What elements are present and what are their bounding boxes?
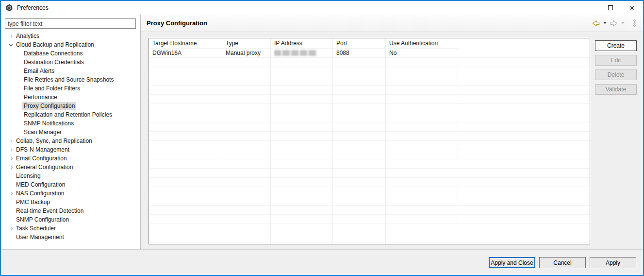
filter-input[interactable] bbox=[5, 18, 136, 29]
empty-cell bbox=[333, 215, 386, 224]
column-header[interactable]: Target Hostname bbox=[149, 38, 222, 49]
empty-cell bbox=[386, 104, 458, 113]
empty-cell bbox=[386, 86, 458, 95]
tree-item-label: Cloud Backup and Replication bbox=[15, 41, 96, 49]
tree-expand-icon[interactable] bbox=[7, 137, 15, 145]
tree-item[interactable]: DFS-N Management bbox=[1, 145, 140, 154]
tree-item[interactable]: Email Configuration bbox=[1, 154, 140, 163]
empty-cell bbox=[333, 141, 386, 150]
tree-item[interactable]: SNMP Notifications bbox=[1, 119, 140, 128]
empty-cell bbox=[222, 113, 271, 122]
tree-item[interactable]: Scan Manager bbox=[1, 128, 140, 137]
empty-cell bbox=[271, 113, 333, 122]
empty-cell bbox=[149, 95, 222, 104]
empty-cell bbox=[333, 67, 386, 76]
empty-cell bbox=[458, 86, 590, 95]
tree-item[interactable]: Collab, Sync, and Replication bbox=[1, 137, 140, 145]
view-menu-button[interactable] bbox=[632, 18, 637, 28]
empty-cell bbox=[222, 86, 271, 95]
empty-cell bbox=[149, 224, 222, 233]
back-button[interactable] bbox=[591, 19, 601, 28]
tree-item[interactable]: File and Folder Filters bbox=[1, 84, 140, 93]
title-bar[interactable]: Preferences ✕ bbox=[1, 1, 643, 15]
empty-cell bbox=[222, 132, 271, 141]
empty-cell bbox=[458, 215, 590, 224]
column-header[interactable]: Port bbox=[333, 38, 386, 49]
tree-item-label: Licensing bbox=[15, 172, 42, 180]
tree-item[interactable]: Analytics bbox=[1, 32, 140, 40]
column-header[interactable]: Type bbox=[222, 38, 271, 49]
app-logo-icon bbox=[5, 4, 13, 12]
empty-cell bbox=[458, 150, 590, 159]
caret-down-icon bbox=[621, 22, 625, 24]
column-header[interactable]: IP Address bbox=[271, 38, 333, 49]
empty-cell bbox=[458, 141, 590, 150]
tree-item[interactable]: Cloud Backup and Replication bbox=[1, 40, 140, 49]
tree-expand-icon[interactable] bbox=[7, 145, 15, 154]
tree-item[interactable]: User Management bbox=[1, 233, 140, 242]
back-history-dropdown[interactable] bbox=[603, 21, 607, 25]
tree-item[interactable]: Performance bbox=[1, 93, 140, 102]
tree-item[interactable]: Real-time Event Detection bbox=[1, 207, 140, 215]
footer-button[interactable]: Apply bbox=[590, 257, 636, 268]
empty-cell bbox=[386, 95, 458, 104]
minimize-button[interactable] bbox=[578, 1, 599, 15]
tree-item[interactable]: SNMP Configuration bbox=[1, 215, 140, 224]
close-button[interactable]: ✕ bbox=[621, 1, 643, 15]
action-button[interactable]: Create bbox=[595, 40, 637, 51]
column-header[interactable]: Use Authentication bbox=[386, 38, 458, 49]
tree-item[interactable]: NAS Configuration bbox=[1, 189, 140, 198]
empty-cell bbox=[458, 169, 590, 178]
empty-cell bbox=[458, 206, 590, 215]
footer-button[interactable]: Cancel bbox=[539, 257, 586, 268]
empty-cell bbox=[333, 159, 386, 169]
tree-item[interactable]: Licensing bbox=[1, 172, 140, 180]
tree-item[interactable]: Database Connections bbox=[1, 49, 140, 58]
empty-cell bbox=[222, 58, 271, 67]
empty-cell bbox=[271, 215, 333, 224]
tree-item[interactable]: File Retries and Source Snapshots bbox=[1, 75, 140, 84]
footer-button[interactable]: Apply and Close bbox=[489, 257, 535, 268]
tree-item-label: File Retries and Source Snapshots bbox=[22, 76, 115, 84]
tree-item[interactable]: PMC Backup bbox=[1, 198, 140, 207]
tree-expand-icon[interactable] bbox=[7, 224, 15, 233]
tree-item[interactable]: Replication and Retention Policies bbox=[1, 110, 140, 119]
tree-expand-icon[interactable] bbox=[7, 163, 15, 172]
empty-cell bbox=[271, 159, 333, 169]
tree-item[interactable]: Task Scheduler bbox=[1, 224, 140, 233]
cell-use-authentication: No bbox=[386, 49, 458, 58]
empty-cell bbox=[386, 58, 458, 67]
proxy-config-content: Target Hostname Type IP Address Port Use… bbox=[141, 32, 643, 249]
empty-cell bbox=[458, 224, 590, 233]
action-button[interactable]: Edit bbox=[595, 55, 637, 66]
tree-item[interactable]: General Configuration bbox=[1, 163, 140, 172]
empty-cell bbox=[386, 233, 458, 242]
tree-item[interactable]: MED Configuration bbox=[1, 180, 140, 189]
tree-item[interactable]: Email Alerts bbox=[1, 67, 140, 75]
maximize-button[interactable] bbox=[599, 1, 621, 15]
tree-item-label: Email Configuration bbox=[15, 155, 68, 162]
page-title: Proxy Configuration bbox=[147, 19, 207, 27]
forward-history-dropdown[interactable] bbox=[621, 21, 625, 25]
tree-item[interactable]: Destination Credentials bbox=[1, 58, 140, 67]
forward-button[interactable] bbox=[609, 19, 619, 28]
tree-item-label: Database Connections bbox=[22, 50, 84, 57]
empty-cell bbox=[333, 150, 386, 159]
action-button[interactable]: Validate bbox=[595, 84, 637, 95]
tree-item[interactable]: Proxy Configuration bbox=[1, 102, 140, 110]
tree-expand-icon[interactable] bbox=[7, 189, 15, 198]
empty-cell bbox=[149, 86, 222, 95]
tree-expand-icon[interactable] bbox=[7, 154, 15, 163]
empty-cell bbox=[149, 242, 222, 244]
empty-cell bbox=[386, 67, 458, 76]
action-button[interactable]: Delete bbox=[595, 69, 637, 80]
empty-cell bbox=[386, 242, 458, 244]
empty-cell bbox=[386, 76, 458, 86]
tree-expand-icon[interactable] bbox=[7, 32, 15, 40]
table-row[interactable]: DGWin16A Manual proxy 8088 No bbox=[149, 49, 590, 58]
empty-cell bbox=[222, 242, 271, 244]
empty-cell bbox=[333, 113, 386, 122]
tree-expand-icon[interactable] bbox=[7, 40, 15, 49]
empty-cell bbox=[458, 76, 590, 86]
empty-cell bbox=[271, 104, 333, 113]
